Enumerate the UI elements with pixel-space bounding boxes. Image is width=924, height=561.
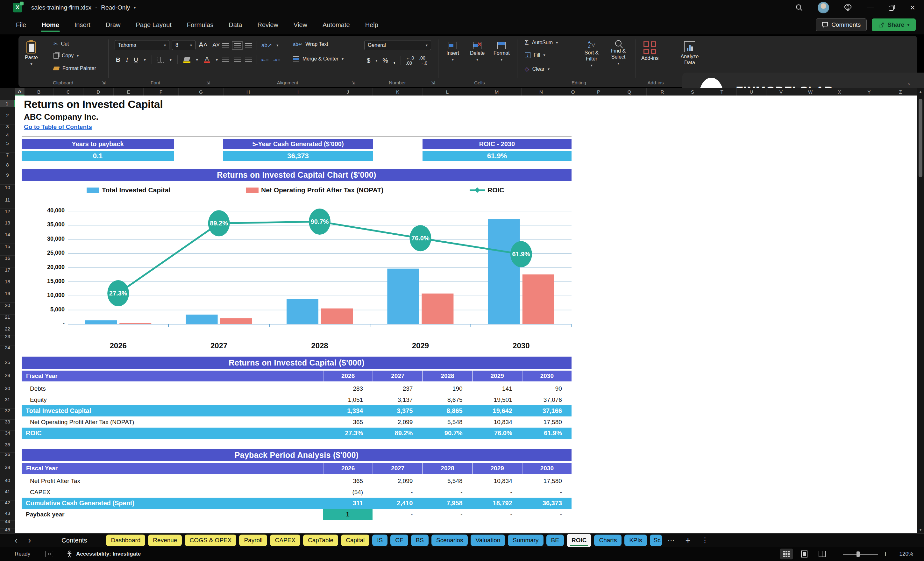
clipboard-dialog-launcher-icon[interactable]: ⇲	[102, 80, 106, 86]
align-center-icon[interactable]	[234, 58, 241, 62]
merge-center-button[interactable]: Merge & Center▾	[293, 56, 344, 62]
premium-diamond-icon[interactable]	[844, 4, 852, 12]
italic-button[interactable]: I	[126, 56, 128, 63]
sort-filter-button[interactable]: AZ▽ Sort & Filter▾	[579, 40, 604, 68]
zoom-slider[interactable]	[843, 554, 878, 555]
wrap-text-button[interactable]: ab↵Wrap Text	[293, 41, 328, 47]
row-header-30[interactable]: 30	[0, 385, 15, 392]
chevron-down-icon[interactable]: ▾	[196, 58, 198, 62]
sheet-tab-capital[interactable]: Capital	[341, 535, 369, 546]
number-dialog-launcher-icon[interactable]: ⇲	[431, 80, 435, 86]
close-button[interactable]: ×	[910, 3, 915, 13]
column-header-B[interactable]: B	[24, 88, 54, 96]
user-avatar[interactable]	[818, 2, 829, 14]
vertical-scrollbar[interactable]: ▴ ▾	[917, 88, 924, 533]
sheet-tab-bs[interactable]: BS	[411, 535, 429, 546]
row-header-19[interactable]: 19	[0, 290, 15, 297]
sheet-tab-summary[interactable]: Summary	[508, 535, 543, 546]
column-header-D[interactable]: D	[83, 88, 114, 96]
comments-button[interactable]: Comments	[816, 18, 867, 31]
column-header-W[interactable]: W	[796, 88, 825, 96]
row-header-9[interactable]: 9	[0, 172, 15, 178]
column-header-L[interactable]: L	[423, 88, 472, 96]
sheet-tab-revenue[interactable]: Revenue	[148, 535, 182, 546]
prev-sheet-icon[interactable]: ‹	[15, 536, 18, 545]
sheet-tab-cogs-opex[interactable]: COGS & OPEX	[184, 535, 236, 546]
row-header-2[interactable]: 2	[0, 112, 15, 119]
sheet-tab-payroll[interactable]: Payroll	[239, 535, 267, 546]
menu-tab-review[interactable]: Review	[256, 18, 279, 32]
menu-tab-draw[interactable]: Draw	[105, 18, 121, 32]
column-header-J[interactable]: J	[323, 88, 373, 96]
menu-tab-file[interactable]: File	[15, 18, 27, 32]
accessibility-status[interactable]: Accessibility: Investigate	[76, 551, 141, 557]
underline-button[interactable]: U	[134, 56, 138, 63]
column-header-F[interactable]: F	[144, 88, 178, 96]
borders-icon[interactable]	[158, 57, 164, 63]
cut-button[interactable]: ✂Cut	[54, 41, 69, 47]
row-header-45[interactable]: 45	[0, 526, 15, 533]
row-header-23[interactable]: 23	[0, 333, 15, 340]
readonly-badge[interactable]: Read-Only	[101, 4, 130, 11]
sheet-tab-kpis[interactable]: KPIs	[624, 535, 646, 546]
row-header-44[interactable]: 44	[0, 518, 15, 525]
menu-tab-help[interactable]: Help	[364, 18, 379, 32]
sheet-tab-cf[interactable]: CF	[390, 535, 408, 546]
more-sheets-icon[interactable]: ⋯	[668, 536, 675, 544]
row-header-8[interactable]: 8	[0, 161, 15, 168]
column-header-N[interactable]: N	[522, 88, 561, 96]
sheet-tab-dashboard[interactable]: Dashboard	[106, 535, 145, 546]
row-header-18[interactable]: 18	[0, 278, 15, 285]
new-sheet-button[interactable]: +	[686, 535, 691, 545]
row-header-10[interactable]: 10	[0, 184, 15, 191]
macro-record-icon[interactable]	[45, 551, 53, 557]
column-header-E[interactable]: E	[114, 88, 144, 96]
search-icon[interactable]	[795, 4, 803, 12]
fill-color-button[interactable]	[183, 57, 190, 63]
column-header-G[interactable]: G	[178, 88, 224, 96]
column-header-R[interactable]: R	[646, 88, 678, 96]
sheet-tab-scenarios[interactable]: Scenarios	[431, 535, 468, 546]
row-header-25[interactable]: 25	[0, 359, 15, 366]
zoom-level[interactable]: 120%	[893, 551, 913, 557]
sheet-options-icon[interactable]: ⋮	[702, 536, 708, 544]
increase-decimal-icon[interactable]: ←.0.00	[406, 56, 414, 66]
row-header-13[interactable]: 13	[0, 219, 15, 226]
vertical-scroll-thumb[interactable]	[919, 99, 922, 177]
chevron-down-icon[interactable]: ▾	[144, 58, 146, 62]
column-header-V[interactable]: V	[766, 88, 796, 96]
menu-tab-automate[interactable]: Automate	[322, 18, 351, 32]
column-header-S[interactable]: S	[678, 88, 707, 96]
fill-button[interactable]: ↓Fill▾	[525, 52, 545, 58]
column-header-I[interactable]: I	[273, 88, 323, 96]
row-header-32[interactable]: 32	[0, 407, 15, 414]
row-header-7[interactable]: 7	[0, 152, 15, 159]
column-header-A[interactable]: A	[15, 88, 24, 96]
align-left-icon[interactable]	[222, 58, 229, 62]
sheet-tab-capex[interactable]: CAPEX	[270, 535, 300, 546]
share-button[interactable]: Share ▾	[872, 18, 916, 31]
comma-format-icon[interactable]: ,	[393, 56, 396, 65]
increase-font-icon[interactable]: A˄	[199, 41, 208, 49]
zoom-out-button[interactable]: −	[834, 549, 838, 558]
row-header-38[interactable]: 38	[0, 464, 15, 471]
column-header-P[interactable]: P	[585, 88, 612, 96]
sheet-tab-be[interactable]: BE	[546, 535, 564, 546]
column-header-H[interactable]: H	[224, 88, 273, 96]
next-sheet-icon[interactable]: ›	[28, 536, 31, 545]
row-header-43[interactable]: 43	[0, 510, 15, 517]
sheet-tab-is[interactable]: IS	[372, 535, 387, 546]
accounting-format-icon[interactable]: $	[367, 57, 370, 64]
column-header-C[interactable]: C	[54, 88, 83, 96]
alignment-dialog-launcher-icon[interactable]: ⇲	[351, 80, 356, 86]
column-header-U[interactable]: U	[737, 88, 766, 96]
row-header-34[interactable]: 34	[0, 429, 15, 436]
chevron-down-icon[interactable]: ▾	[375, 58, 377, 63]
column-header-K[interactable]: K	[373, 88, 423, 96]
page-layout-view-button[interactable]	[798, 549, 811, 560]
column-header-Y[interactable]: Y	[854, 88, 884, 96]
analyze-data-button[interactable]: Analyze Data	[676, 41, 703, 66]
add-ins-button[interactable]: Add-ins	[641, 41, 658, 61]
orientation-icon[interactable]: ab↗	[261, 42, 272, 49]
chevron-down-icon[interactable]: ▾	[134, 5, 136, 10]
